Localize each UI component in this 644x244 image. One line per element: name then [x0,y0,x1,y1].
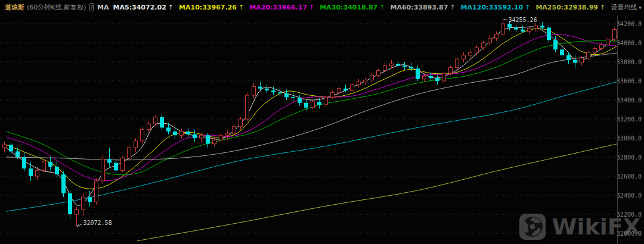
candle-up [462,55,466,59]
candle-down [560,49,564,55]
candle-up [75,209,79,214]
candle-up [606,39,610,45]
candle-down [284,93,289,97]
candle-up [495,35,499,38]
y-axis-label: 34200.0 [617,21,642,27]
candle-up [383,65,387,70]
up-arrow-icon: ↑ [600,4,605,11]
candle-down [9,145,13,151]
candle-down [343,89,348,90]
ma-legend-item-ma5: MA5:34072.02↑ [113,4,174,11]
candle-up [239,119,243,127]
candle-up [456,59,459,67]
y-axis-label: 32000.0 [617,230,642,237]
ma-settings-label: 设置均线 [611,4,637,11]
high-annotation: 34255.26 [509,17,537,23]
candle-down [160,117,164,128]
candle-down [173,132,177,135]
candle-down [186,132,190,134]
chart-app: 道琼斯 (60分钟K线,前复权) ? MA MA5:34072.02↑MA10:… [0,0,644,244]
candle-up [233,127,236,133]
candle-down [193,134,197,138]
candle-up [587,52,590,58]
ma-line-ma10 [6,29,617,189]
candle-down [48,162,52,167]
candle-up [200,135,203,138]
candle-down [566,55,571,60]
candle-up [324,97,328,105]
candle-up [449,68,453,74]
candle-down [114,163,118,171]
timeframe-label: (60分钟K线,前复权) [27,3,86,12]
candle-down [396,64,400,65]
ma-legend-item-ma120: MA120:33592.10↑ [461,4,531,11]
candles [3,18,617,226]
help-icon[interactable]: ? [89,3,94,11]
candle-up [377,70,380,75]
candle-up [128,148,131,158]
candle-down [553,40,558,49]
candle-up [331,92,335,97]
candle-up [390,64,394,65]
candle-down [304,103,308,108]
ma-legend-item-ma250: MA250:32938.99↑ [535,4,605,11]
candle-up [613,30,617,39]
candle-up [147,124,151,130]
candle-down [258,87,262,89]
ma-lines [6,27,617,241]
candle-up [36,170,39,176]
candle-down [278,92,282,93]
ma-line-ma250 [137,144,617,241]
price-chart[interactable]: 34200.034000.033800.033600.033400.033200… [0,0,644,244]
ma-legend: MA5:34072.02↑MA10:33967.26↑MA20:33966.17… [113,4,611,11]
y-axis-labels: 34200.034000.033800.033600.033400.033200… [617,21,642,237]
candle-down [68,193,72,214]
up-arrow-icon: ↑ [239,4,244,11]
candle-down [547,27,551,40]
chevron-down-icon: ▾ [639,5,642,11]
gridlines [0,24,617,233]
candle-up [42,162,46,170]
candle-up [580,58,584,63]
candle-up [101,159,105,181]
ma-legend-item-ma20: MA20:33966.17↑ [249,4,314,11]
candle-up [219,135,223,140]
candle-up [423,76,426,79]
candle-up [82,197,85,209]
candle-up [482,43,485,48]
candle-up [364,80,367,82]
candle-up [338,89,341,92]
y-axis-label: 34000.0 [617,40,642,46]
candle-up [141,130,144,141]
candle-down [521,30,525,32]
y-axis-label: 32200.0 [617,211,642,218]
candle-up [213,140,216,143]
candle-down [416,68,420,79]
candle-down [435,78,439,81]
candle-down [507,24,512,27]
ma-legend-item-ma10: MA10:33967.26↑ [179,4,244,11]
candle-up [370,75,374,80]
y-axis-label: 32400.0 [617,192,642,199]
candle-up [252,87,256,95]
up-arrow-icon: ↑ [309,4,314,11]
candle-up [528,29,531,32]
candle-down [298,98,302,103]
y-axis-label: 33800.0 [617,59,642,65]
chart-header: 道琼斯 (60分钟K线,前复权) ? MA MA5:34072.02↑MA10:… [0,0,644,14]
up-arrow-icon: ↑ [379,4,385,11]
y-axis-label: 33400.0 [617,97,642,104]
candle-up [475,48,479,52]
candle-up [134,141,138,148]
candle-down [409,67,413,68]
y-axis-label: 33600.0 [617,78,642,85]
candle-down [88,197,92,202]
y-axis-label: 32600.0 [617,173,642,180]
candle-up [180,132,184,135]
up-arrow-icon: ↑ [525,4,530,11]
candle-up [600,45,603,48]
candle-up [154,117,157,124]
candle-up [95,181,98,202]
ma-settings-button[interactable]: 设置均线▾ [611,3,642,12]
candle-down [206,135,210,143]
